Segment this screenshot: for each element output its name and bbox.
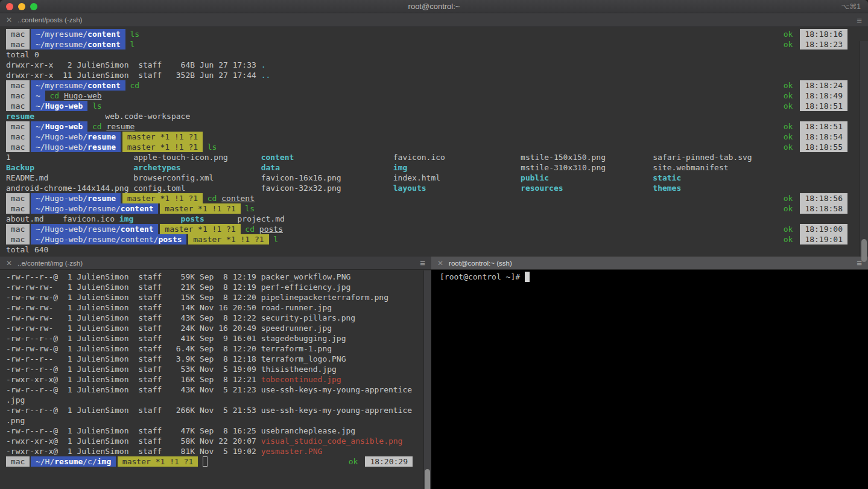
command-status: ok18:18:55	[784, 142, 847, 152]
directory-name: data	[261, 162, 280, 173]
timestamp: 18:19:01	[800, 234, 847, 245]
output-text	[133, 214, 180, 224]
command-text: cd	[87, 121, 101, 132]
command-text: cd	[125, 80, 139, 91]
hamburger-menu-icon[interactable]: ≡	[857, 16, 868, 25]
terminal-line: total 640	[6, 245, 847, 255]
prompt-path-segment: content	[87, 29, 125, 39]
command-status: ok18:18:58	[784, 203, 847, 214]
tab-title[interactable]: root@control:~ (ssh)	[443, 260, 512, 267]
output-text: .jpg	[6, 395, 25, 405]
command-text: cd	[241, 224, 255, 234]
command-status: ok18:18:23	[784, 39, 847, 50]
minimize-window-button[interactable]	[18, 3, 25, 10]
command-status: ok18:18:49	[784, 91, 847, 101]
window-title: root@control:~	[0, 2, 868, 11]
prompt-path-segment: ~/myresume/	[31, 39, 87, 50]
prompt-host-segment: mac	[6, 224, 30, 234]
command-argument: resume	[106, 121, 135, 132]
command-text: l	[125, 39, 135, 50]
git-status-segment: master *1 !1 ?1	[118, 456, 198, 467]
hamburger-menu-icon[interactable]: ≡	[420, 258, 431, 267]
command-status: ok18:18:56	[784, 193, 847, 203]
directory-name: Backup	[6, 162, 34, 173]
git-status-segment: master *1 !1 ?1	[122, 142, 203, 152]
command-text: cd	[45, 91, 59, 101]
output-text: project.md	[204, 214, 285, 224]
prompt-path-segment: resume	[87, 132, 121, 142]
directory-name: resources	[521, 183, 563, 193]
output-text: -rwxr-xr-x@ 1 JulienSimon staff 81K Nov …	[6, 446, 261, 456]
tab-title[interactable]: ..e/content/img (-zsh)	[12, 260, 83, 267]
output-text: about.md favicon.ico	[6, 214, 119, 224]
git-status-segment: master *1 !1 ?1	[188, 234, 268, 245]
status-ok: ok	[784, 132, 793, 142]
prompt-host-segment: mac	[6, 39, 30, 50]
bottom-left-terminal-content[interactable]: -rw-r--r--@ 1 JulienSimon staff 59K Sep …	[0, 270, 431, 489]
output-text	[563, 183, 653, 193]
top-terminal-content[interactable]: mac ~/myresume/content lsok18:18:16 mac …	[0, 27, 868, 257]
output-text: drwxr-xr-x 11 JulienSimon staff 352B Jun…	[6, 70, 261, 80]
terminal-line: -rw-rw-rw- 1 JulienSimon staff 43K Sep 8…	[6, 313, 413, 323]
prompt-host-segment: mac	[6, 193, 30, 203]
close-tab-icon[interactable]: ✕	[0, 16, 12, 24]
command-argument: Hugo-web	[64, 91, 102, 101]
command-status: ok18:18:24	[784, 80, 847, 91]
terminal-line: drwxr-xr-x 11 JulienSimon staff 352B Jun…	[6, 70, 847, 80]
terminal-line: -rw-r--r--@ 1 JulienSimon staff 266K Nov…	[6, 405, 413, 415]
output-text: 1 apple-touch-icon.png	[6, 152, 261, 162]
terminal-line: -rw-rw-rw- 1 JulienSimon staff 21K Sep 8…	[6, 282, 413, 292]
output-text	[255, 224, 259, 234]
timestamp: 18:18:16	[800, 29, 847, 39]
zoom-window-button[interactable]	[30, 3, 37, 10]
command-status: ok18:19:01	[784, 234, 847, 245]
file-name: tobecontinued.jpg	[261, 374, 341, 385]
top-scrollbar-thumb[interactable]	[861, 239, 867, 262]
title-bar[interactable]: root@control:~ ⌥⌘1	[0, 0, 868, 13]
output-text: mstile-310x310.png site.webmanifest	[407, 162, 728, 173]
directory-name: content	[261, 152, 294, 162]
ssh-terminal-content[interactable]: [root@control ~]#	[431, 270, 868, 489]
output-text: total 0	[6, 50, 39, 60]
close-tab-icon[interactable]: ✕	[0, 259, 12, 267]
close-tab-icon[interactable]: ✕	[431, 259, 443, 267]
timestamp: 18:18:51	[800, 101, 847, 111]
terminal-line: total 0	[6, 50, 847, 60]
output-text: -rw-r--r--@ 1 JulienSimon staff 266K Nov…	[6, 405, 412, 415]
output-text	[59, 91, 64, 101]
terminal-line: drwxr-xr-x 2 JulienSimon staff 64B Jun 2…	[6, 60, 847, 70]
cursor-inactive	[203, 456, 207, 467]
output-text: README.md browserconfig.xml favicon-16x1…	[6, 173, 521, 183]
close-window-button[interactable]	[6, 3, 13, 10]
prompt-path-segment: content	[87, 39, 125, 50]
terminal-line: mac ~/Hugo-web/resume/content master *1 …	[6, 203, 847, 214]
output-text: -rw-r--r-- 1 JulienSimon staff 3.9K Sep …	[6, 354, 346, 364]
terminal-line: mac ~/Hugo-web lsok18:18:51	[6, 101, 847, 111]
terminal-line: -rw-rw-rw-@ 1 JulienSimon staff 6.4K Sep…	[6, 344, 413, 354]
output-text: -rw-rw-rw-@ 1 JulienSimon staff 15K Sep …	[6, 292, 388, 302]
prompt-path-segment: /c/	[83, 456, 97, 467]
status-ok: ok	[784, 101, 793, 111]
tab-title[interactable]: ..content/posts (-zsh)	[12, 16, 82, 24]
output-text: -rw-rw-rw- 1 JulienSimon staff 24K Nov 1…	[6, 323, 332, 333]
prompt-path-segment: Hugo-web	[45, 101, 87, 111]
terminal-line: -rwxr-xr-x@ 1 JulienSimon staff 58K Nov …	[6, 436, 413, 446]
bottom-left-scrollbar-thumb[interactable]	[425, 469, 430, 489]
timestamp: 18:20:29	[365, 456, 413, 467]
prompt-path-segment: ~/Hugo-web/resume/content/	[31, 234, 158, 245]
bottom-left-tab-bar: ✕ ..e/content/img (-zsh) ≡	[0, 257, 431, 270]
terminal-line: mac ~/myresume/content cdok18:18:24	[6, 80, 847, 91]
terminal-line: [root@control ~]#	[440, 272, 868, 282]
output-text	[102, 121, 107, 132]
pane-divider[interactable]	[423, 270, 431, 489]
bottom-right-pane: ✕ root@control:~ (ssh) ≡ [root@control ~…	[431, 257, 868, 489]
traffic-lights	[0, 3, 37, 10]
status-ok: ok	[784, 142, 793, 152]
terminal-line: -rw-r--r--@ 1 JulienSimon staff 41K Sep …	[6, 333, 413, 344]
output-text: -rwxr-xr-x@ 1 JulienSimon staff 58K Nov …	[6, 436, 261, 446]
terminal-line: .png	[6, 415, 413, 426]
output-text	[426, 183, 521, 193]
directory-name: img	[119, 214, 133, 224]
bottom-right-tab-bar: ✕ root@control:~ (ssh) ≡	[431, 257, 868, 270]
output-text: [root@control ~]#	[440, 272, 525, 282]
